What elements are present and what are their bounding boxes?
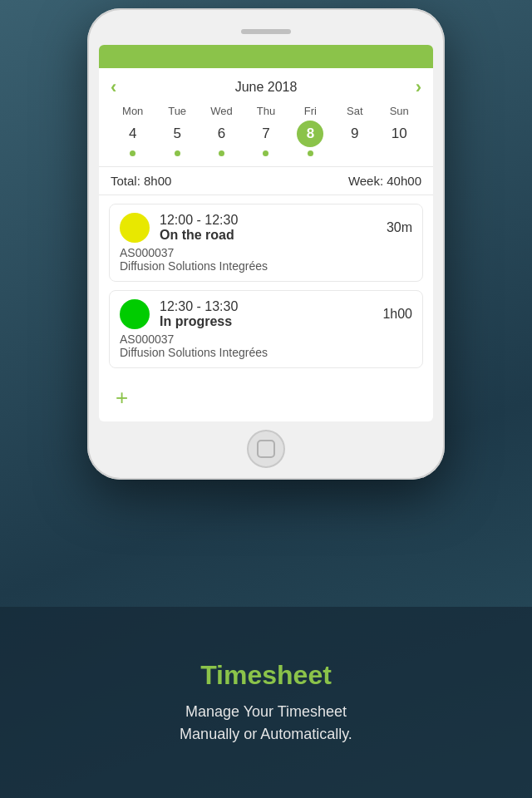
phone-top-bar: [99, 23, 433, 40]
entry-top-row: 12:30 - 13:30In progress1h00: [120, 299, 412, 329]
entry-meta: AS000037Diffusion Solutions Integrées: [120, 246, 412, 273]
entry-meta: AS000037Diffusion Solutions Integrées: [120, 332, 412, 359]
entry-code: AS000037: [120, 246, 412, 259]
day-number[interactable]: 10: [386, 121, 412, 147]
entry-top-row: 12:00 - 12:30On the road30m: [120, 213, 412, 243]
home-button[interactable]: [247, 430, 285, 468]
day-name: Thu: [257, 105, 275, 117]
entry-code: AS000037: [120, 332, 412, 346]
day-col[interactable]: Sat9: [332, 105, 377, 156]
bottom-section: Timesheet Manage Your TimesheetManually …: [0, 607, 532, 798]
day-dot: [219, 150, 224, 156]
day-name: Fri: [304, 105, 317, 117]
entry-status-label: In progress: [160, 314, 382, 329]
day-name: Tue: [168, 105, 186, 117]
day-number[interactable]: 4: [120, 121, 146, 147]
home-button-inner: [257, 440, 275, 458]
month-title: June 2018: [235, 80, 298, 95]
bottom-title: Timesheet: [200, 660, 332, 691]
day-number[interactable]: 9: [342, 121, 368, 147]
entries-list: 12:00 - 12:30On the road30mAS000037Diffu…: [99, 204, 433, 368]
add-section: +: [99, 377, 433, 421]
entry-time-status: 12:00 - 12:30On the road: [160, 213, 387, 243]
day-col[interactable]: Thu7: [244, 105, 288, 156]
day-col[interactable]: Sun10: [377, 105, 421, 156]
entry-time: 12:00 - 12:30: [160, 213, 387, 228]
entry-card[interactable]: 12:30 - 13:30In progress1h00AS000037Diff…: [109, 290, 423, 368]
phone-screen: ‹ June 2018 › Mon4Tue5Wed6Thu7Fri8Sat9Su…: [99, 45, 433, 421]
day-dot: [175, 150, 180, 156]
total-daily: Total: 8h00: [111, 174, 171, 188]
day-dot: [308, 150, 313, 156]
month-navigation: ‹ June 2018 ›: [111, 78, 421, 96]
calendar-section: ‹ June 2018 › Mon4Tue5Wed6Thu7Fri8Sat9Su…: [99, 68, 433, 161]
entry-time-status: 12:30 - 13:30In progress: [160, 299, 382, 329]
day-number[interactable]: 7: [253, 121, 279, 147]
add-entry-button[interactable]: +: [116, 387, 128, 408]
entry-time: 12:30 - 13:30: [160, 299, 382, 314]
day-name: Wed: [210, 105, 233, 117]
day-name: Mon: [122, 105, 143, 117]
entry-status-label: On the road: [160, 228, 387, 243]
entry-company: Diffusion Solutions Integrées: [120, 346, 412, 359]
day-col[interactable]: Mon4: [111, 105, 155, 156]
entry-duration: 1h00: [382, 307, 412, 322]
phone-shell: ‹ June 2018 › Mon4Tue5Wed6Thu7Fri8Sat9Su…: [87, 8, 445, 480]
day-col[interactable]: Wed6: [200, 105, 244, 156]
day-dot: [352, 150, 357, 156]
entry-status-dot: [120, 213, 150, 243]
day-name: Sun: [390, 105, 409, 117]
prev-month-button[interactable]: ‹: [111, 78, 116, 96]
day-dot: [130, 150, 135, 156]
day-col[interactable]: Fri8: [288, 105, 332, 156]
phone-speaker: [241, 29, 291, 34]
calendar-days-row: Mon4Tue5Wed6Thu7Fri8Sat9Sun10: [111, 105, 421, 156]
bottom-subtitle: Manage Your TimesheetManually or Automat…: [180, 701, 352, 746]
entry-company: Diffusion Solutions Integrées: [120, 259, 412, 273]
next-month-button[interactable]: ›: [416, 78, 421, 96]
entry-status-dot: [120, 299, 150, 329]
day-dot: [397, 150, 402, 156]
total-week: Week: 40h00: [348, 174, 421, 188]
totals-row: Total: 8h00 Week: 40h00: [99, 166, 433, 195]
phone-device: ‹ June 2018 › Mon4Tue5Wed6Thu7Fri8Sat9Su…: [87, 8, 445, 480]
day-dot: [263, 150, 268, 156]
day-name: Sat: [347, 105, 363, 117]
day-number[interactable]: 5: [164, 121, 190, 147]
day-number[interactable]: 6: [209, 121, 235, 147]
entry-card[interactable]: 12:00 - 12:30On the road30mAS000037Diffu…: [109, 204, 423, 282]
app-status-bar: [99, 45, 433, 68]
day-col[interactable]: Tue5: [155, 105, 199, 156]
day-number[interactable]: 8: [297, 121, 323, 147]
entry-duration: 30m: [387, 220, 412, 235]
